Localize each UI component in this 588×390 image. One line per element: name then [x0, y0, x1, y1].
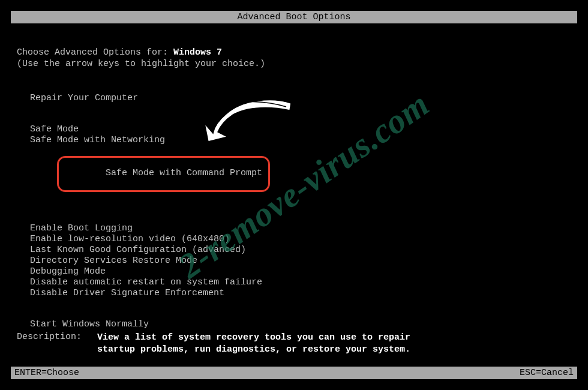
- menu-item-no-auto-restart[interactable]: Disable automatic restart on system fail…: [30, 277, 577, 287]
- menu-item-repair[interactable]: Repair Your Computer: [30, 93, 577, 103]
- os-name: Windows 7: [173, 47, 222, 58]
- menu-item-no-drv-sig[interactable]: Disable Driver Signature Enforcement: [30, 288, 577, 298]
- boot-menu: Repair Your Computer Safe Mode Safe Mode…: [11, 93, 577, 329]
- nav-hint: (Use the arrow keys to highlight your ch…: [11, 59, 577, 69]
- footer-bar: ENTER=Choose ESC=Cancel: [11, 367, 577, 379]
- boot-options-screen: Advanced Boot Options Choose Advanced Op…: [11, 11, 577, 379]
- footer-esc: ESC=Cancel: [520, 368, 574, 378]
- prompt-line: Choose Advanced Options for: Windows 7: [11, 47, 577, 58]
- highlight-circle-icon: Safe Mode with Command Prompt: [57, 156, 270, 192]
- menu-item-low-res[interactable]: Enable low-resolution video (640x480): [30, 234, 577, 244]
- prompt-prefix: Choose Advanced Options for:: [17, 47, 173, 58]
- description-text: View a list of system recovery tools you…: [97, 332, 433, 355]
- menu-item-lkgc[interactable]: Last Known Good Configuration (advanced): [30, 245, 577, 255]
- menu-item-dsrm[interactable]: Directory Services Restore Mode: [30, 256, 577, 266]
- title-bar: Advanced Boot Options: [11, 11, 577, 23]
- menu-item-boot-logging[interactable]: Enable Boot Logging: [30, 223, 577, 233]
- menu-item-debug[interactable]: Debugging Mode: [30, 266, 577, 277]
- menu-item-safe-mode-cmd[interactable]: Safe Mode with Command Prompt: [30, 146, 577, 202]
- screen-title: Advanced Boot Options: [237, 12, 350, 22]
- footer-enter: ENTER=Choose: [14, 368, 79, 378]
- description-label: Description:: [17, 332, 97, 355]
- description-block: Description: View a list of system recov…: [17, 332, 571, 355]
- menu-item-start-normal[interactable]: Start Windows Normally: [30, 319, 577, 329]
- menu-item-safe-mode-networking[interactable]: Safe Mode with Networking: [30, 135, 577, 145]
- menu-item-safe-mode[interactable]: Safe Mode: [30, 124, 577, 134]
